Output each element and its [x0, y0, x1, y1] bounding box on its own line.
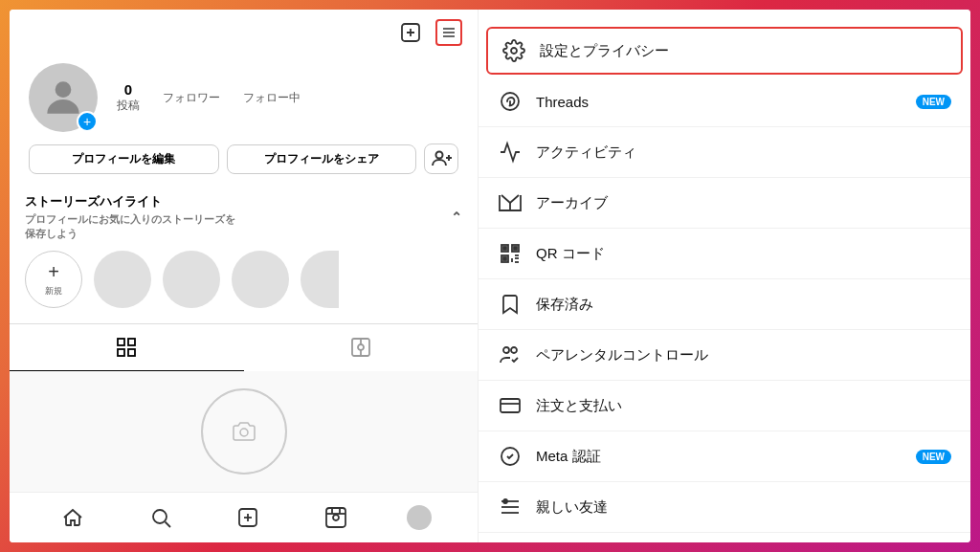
- menu-item-activity[interactable]: アクティビティ: [479, 127, 970, 178]
- gear-icon: [501, 38, 526, 63]
- content-tab-bar: [10, 323, 478, 371]
- svg-point-43: [503, 347, 509, 353]
- menu-text-threads: Threads: [536, 94, 902, 110]
- posts-stat: 0 投稿: [117, 81, 140, 114]
- top-bar: [10, 10, 478, 55]
- menu-text-activity: アクティビティ: [536, 144, 951, 162]
- menu-item-saved[interactable]: 保存済み: [479, 279, 970, 330]
- menu-item-favorites[interactable]: お気に入り: [479, 533, 970, 542]
- svg-rect-13: [128, 349, 135, 356]
- meta-icon: [498, 444, 523, 469]
- svg-line-20: [165, 522, 170, 528]
- add-story-button[interactable]: +: [77, 111, 98, 132]
- stories-subtitle-text: プロフィールにお気に入りのストーリーズを保存しよう: [25, 212, 235, 241]
- parental-icon: [498, 342, 523, 367]
- svg-point-15: [358, 344, 364, 350]
- nav-home-icon[interactable]: [56, 500, 90, 535]
- hamburger-menu-icon[interactable]: [435, 19, 462, 46]
- svg-point-18: [240, 429, 248, 436]
- qr-icon: [498, 241, 523, 266]
- share-profile-button[interactable]: プロフィールをシェア: [227, 144, 417, 174]
- menu-text-friends: 親しい友達: [536, 498, 951, 517]
- svg-point-6: [56, 81, 72, 98]
- svg-rect-36: [514, 247, 517, 250]
- story-circle-1[interactable]: [94, 251, 151, 308]
- menu-text-qr: QR コード: [536, 245, 951, 263]
- menu-item-meta[interactable]: Meta 認証 NEW: [479, 431, 970, 482]
- menu-item-orders[interactable]: 注文と支払い: [479, 381, 970, 431]
- menu-text-parental: ペアレンタルコントロール: [536, 346, 951, 364]
- svg-point-29: [511, 48, 517, 54]
- menu-text-meta: Meta 認証: [536, 448, 902, 466]
- svg-rect-37: [503, 257, 506, 260]
- tab-tagged[interactable]: [244, 324, 479, 371]
- nav-reels-icon[interactable]: [319, 500, 353, 535]
- menu-item-qr[interactable]: QR コード: [479, 229, 970, 279]
- bookmark-icon: [498, 292, 523, 317]
- nav-profile-avatar[interactable]: [407, 505, 432, 530]
- menu-item-friends[interactable]: 親しい友達: [479, 482, 970, 533]
- svg-point-44: [511, 347, 517, 353]
- friends-icon: [498, 495, 523, 519]
- story-circle-3[interactable]: [232, 251, 289, 308]
- svg-rect-45: [501, 399, 520, 412]
- bottom-nav: [10, 492, 478, 542]
- nav-search-icon[interactable]: [144, 500, 178, 535]
- add-post-icon[interactable]: [397, 19, 424, 46]
- menu-item-archive[interactable]: アーカイブ: [479, 178, 970, 229]
- new-story-label: 新規: [45, 285, 62, 298]
- svg-rect-24: [326, 508, 345, 527]
- stories-title-text: ストーリーズハイライト: [25, 193, 235, 210]
- right-panel: 設定とプライバシー Threads NEW アクティビティ アーカイブ: [479, 10, 970, 542]
- menu-text-orders: 注文と支払い: [536, 397, 951, 415]
- story-circle-2[interactable]: [163, 251, 220, 308]
- menu-list: 設定とプライバシー Threads NEW アクティビティ アーカイブ: [479, 25, 970, 542]
- add-person-button[interactable]: [424, 144, 458, 174]
- svg-rect-11: [128, 339, 135, 345]
- menu-text-saved: 保存済み: [536, 296, 951, 314]
- edit-profile-button[interactable]: プロフィールを編集: [29, 144, 219, 174]
- svg-rect-12: [118, 349, 124, 356]
- stats-row: 0 投稿 フォロワー フォロー中: [117, 81, 301, 114]
- camera-section: [10, 371, 478, 492]
- menu-item-threads[interactable]: Threads NEW: [479, 77, 970, 127]
- svg-point-51: [503, 499, 507, 503]
- following-label: フォロー中: [243, 90, 301, 106]
- following-stat: フォロー中: [243, 90, 301, 106]
- chevron-up-icon[interactable]: ⌃: [451, 210, 462, 225]
- menu-item-parental[interactable]: ペアレンタルコントロール: [479, 330, 970, 381]
- svg-rect-35: [503, 247, 506, 250]
- followers-label: フォロワー: [163, 90, 220, 106]
- activity-icon: [498, 140, 523, 165]
- orders-icon: [498, 393, 523, 418]
- nav-add-icon[interactable]: [231, 500, 265, 535]
- menu-text-settings: 設定とプライバシー: [540, 42, 947, 60]
- archive-icon: [498, 190, 523, 215]
- menu-text-archive: アーカイブ: [536, 194, 951, 212]
- threads-icon: [498, 89, 523, 114]
- svg-point-25: [333, 515, 339, 520]
- svg-rect-10: [118, 339, 124, 345]
- story-circle-4[interactable]: [301, 251, 339, 308]
- camera-icon: [201, 388, 287, 475]
- svg-point-7: [436, 152, 443, 159]
- badge-threads: NEW: [916, 95, 951, 109]
- profile-section: + 0 投稿 フォロワー フォロー中: [10, 55, 478, 186]
- posts-label: 投稿: [117, 98, 140, 114]
- left-panel: + 0 投稿 フォロワー フォロー中: [10, 10, 479, 542]
- followers-stat: フォロワー: [163, 90, 220, 106]
- avatar[interactable]: +: [29, 63, 98, 132]
- stories-highlight-section: ストーリーズハイライト プロフィールにお気に入りのストーリーズを保存しよう ⌃ …: [10, 186, 478, 316]
- posts-count: 0: [124, 81, 132, 98]
- menu-item-settings[interactable]: 設定とプライバシー: [486, 27, 963, 75]
- svg-point-19: [153, 510, 167, 523]
- new-story-button[interactable]: + 新規: [25, 251, 82, 308]
- tab-grid[interactable]: [10, 324, 244, 371]
- badge-meta: NEW: [916, 450, 951, 464]
